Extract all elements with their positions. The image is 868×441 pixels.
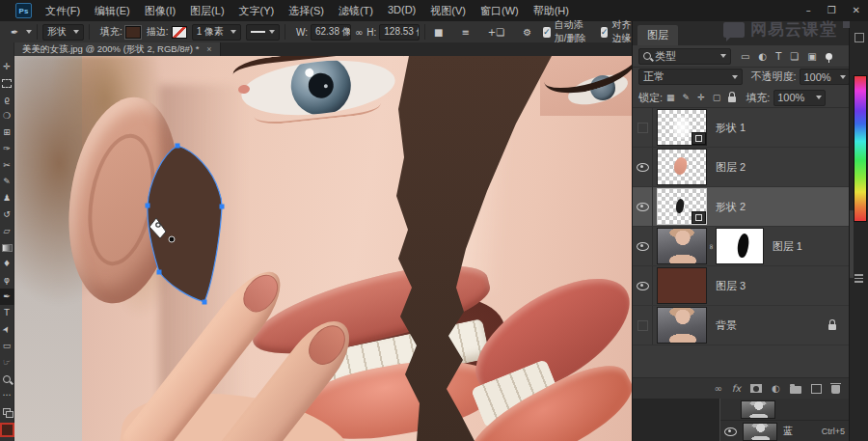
filter-type-select[interactable]: 类型: [638, 48, 731, 65]
layer-row-2[interactable]: 形状 2: [633, 187, 850, 227]
layer-visibility-toggle[interactable]: [633, 306, 653, 345]
gradient-tool[interactable]: [0, 239, 14, 256]
layer-thumbnail[interactable]: [657, 307, 707, 344]
zoom-tool[interactable]: [0, 371, 14, 387]
lasso-tool[interactable]: ϱ: [0, 92, 14, 108]
move-tool[interactable]: ✛: [0, 59, 14, 75]
filter-pixel-icon[interactable]: ▭: [741, 51, 749, 62]
path-alignment-icon[interactable]: ≡: [461, 27, 469, 38]
foreground-color-swatch[interactable]: [0, 420, 14, 436]
blend-mode-select[interactable]: 正常: [638, 69, 743, 85]
brush-tool[interactable]: ✎: [0, 174, 14, 190]
channel-row-1[interactable]: 蓝Ctrl+5: [720, 421, 850, 441]
anchor-point[interactable]: [220, 205, 225, 209]
menu-item-1[interactable]: 编辑(E): [95, 4, 130, 18]
anchor-point[interactable]: [157, 270, 162, 275]
anchor-point[interactable]: [146, 204, 150, 208]
layer-row-5[interactable]: 背景: [633, 306, 850, 345]
blur-tool[interactable]: ♦: [0, 256, 14, 272]
layer-visibility-toggle[interactable]: [633, 227, 653, 265]
new-layer-icon[interactable]: [811, 384, 822, 394]
menu-item-7[interactable]: 3D(D): [388, 4, 416, 18]
path-arrangement-icon[interactable]: +❏: [488, 27, 504, 38]
filter-shape-icon[interactable]: ❏: [790, 51, 799, 62]
close-tab-icon[interactable]: ×: [206, 44, 211, 54]
collapse-panel-icon[interactable]: [854, 33, 864, 42]
fill-select[interactable]: 100%: [773, 90, 826, 106]
width-input[interactable]: 62.38 像素: [311, 24, 351, 41]
layer-row-3[interactable]: ∞图层 1: [633, 227, 850, 266]
menu-item-10[interactable]: 帮助(H): [533, 4, 569, 18]
panel-menu-icon[interactable]: [854, 274, 863, 285]
filter-adjustment-icon[interactable]: ◐: [758, 51, 767, 62]
lock-all-icon[interactable]: [728, 96, 736, 102]
anchor-point[interactable]: [203, 300, 207, 305]
tab-layers[interactable]: 图层: [637, 25, 678, 45]
layer-visibility-toggle[interactable]: [633, 148, 653, 186]
filter-smart-icon[interactable]: ▣: [807, 51, 816, 62]
tool-settings-gear-icon[interactable]: ⚙: [523, 27, 531, 38]
layer-row-0[interactable]: 形状 1: [633, 108, 850, 148]
clone-stamp-tool[interactable]: ♟: [0, 190, 14, 207]
restore-button[interactable]: ❐: [827, 6, 836, 15]
lock-image-icon[interactable]: ✎: [683, 93, 691, 102]
layer-visibility-toggle[interactable]: [633, 187, 653, 226]
path-operations-icon[interactable]: ■: [434, 27, 443, 38]
marquee-tool[interactable]: [0, 75, 14, 92]
menu-item-8[interactable]: 视图(V): [430, 4, 466, 18]
minimize-button[interactable]: –: [806, 6, 811, 15]
lock-position-icon[interactable]: ✛: [697, 93, 705, 102]
layer-row-1[interactable]: 图层 2: [633, 148, 850, 187]
type-tool[interactable]: T: [0, 305, 14, 321]
link-dimensions-icon[interactable]: ∞: [355, 27, 363, 38]
stroke-color-swatch[interactable]: [172, 26, 187, 39]
menu-item-0[interactable]: 文件(F): [45, 4, 80, 18]
link-layers-icon[interactable]: ∞: [714, 383, 721, 394]
lock-artboard-icon[interactable]: ▢: [713, 93, 721, 102]
channel-thumbnail[interactable]: [741, 400, 775, 419]
canvas-area[interactable]: [14, 56, 632, 441]
adjustment-layer-icon[interactable]: ◐: [772, 383, 780, 394]
shape-path-overlay[interactable]: [135, 133, 241, 317]
close-button[interactable]: ✕: [853, 6, 860, 15]
path-select-tool[interactable]: ➤: [0, 321, 14, 338]
layer-visibility-toggle[interactable]: [633, 266, 653, 305]
delete-layer-icon[interactable]: [831, 385, 840, 394]
quick-mask-toggle[interactable]: [0, 403, 14, 420]
dodge-tool[interactable]: φ: [0, 272, 14, 289]
layer-thumbnail[interactable]: [657, 109, 707, 146]
more-tools[interactable]: ⋯: [0, 387, 14, 403]
layer-thumbnail[interactable]: [657, 267, 707, 304]
layer-row-4[interactable]: 图层 3: [633, 266, 850, 306]
channel-row-0[interactable]: [720, 399, 850, 421]
layer-thumbnail[interactable]: [657, 228, 707, 264]
stroke-width-select[interactable]: 1 像素: [192, 24, 241, 41]
align-edge-checkbox[interactable]: ✓: [601, 27, 609, 38]
lock-transparent-icon[interactable]: ▦: [666, 93, 675, 102]
menu-item-6[interactable]: 滤镜(T): [339, 4, 373, 18]
eyedropper-tool[interactable]: ✑: [0, 141, 14, 157]
menu-item-5[interactable]: 选择(S): [288, 4, 324, 18]
menu-item-9[interactable]: 窗口(W): [480, 4, 519, 18]
channel-thumbnail[interactable]: [743, 423, 777, 441]
history-brush-tool[interactable]: ↺: [0, 207, 14, 223]
layer-thumbnail[interactable]: [657, 149, 707, 185]
current-tool[interactable]: ✒: [7, 27, 32, 38]
stroke-style-select[interactable]: [246, 24, 281, 41]
menu-item-4[interactable]: 文字(Y): [239, 4, 275, 18]
layer-style-icon[interactable]: fx: [732, 383, 741, 394]
new-group-icon[interactable]: [790, 386, 801, 394]
menu-item-2[interactable]: 图像(I): [145, 4, 176, 18]
hand-tool[interactable]: ☞: [0, 354, 14, 371]
tool-mode-select[interactable]: 形状: [42, 24, 84, 41]
document-tab[interactable]: 美美的女孩.jpg @ 200% (形状 2, RGB/8#) * ×: [14, 42, 221, 56]
crop-tool[interactable]: ⊞: [0, 124, 14, 141]
fill-color-swatch[interactable]: [125, 26, 141, 39]
eraser-tool[interactable]: ▱: [0, 223, 14, 239]
shape-tool[interactable]: ▭: [0, 338, 14, 354]
layer-mask-thumbnail[interactable]: [716, 228, 764, 264]
menu-item-3[interactable]: 图层(L): [190, 4, 224, 18]
add-mask-icon[interactable]: [750, 384, 762, 393]
opacity-select[interactable]: 100%: [800, 69, 850, 85]
layer-visibility-toggle[interactable]: [633, 108, 653, 147]
